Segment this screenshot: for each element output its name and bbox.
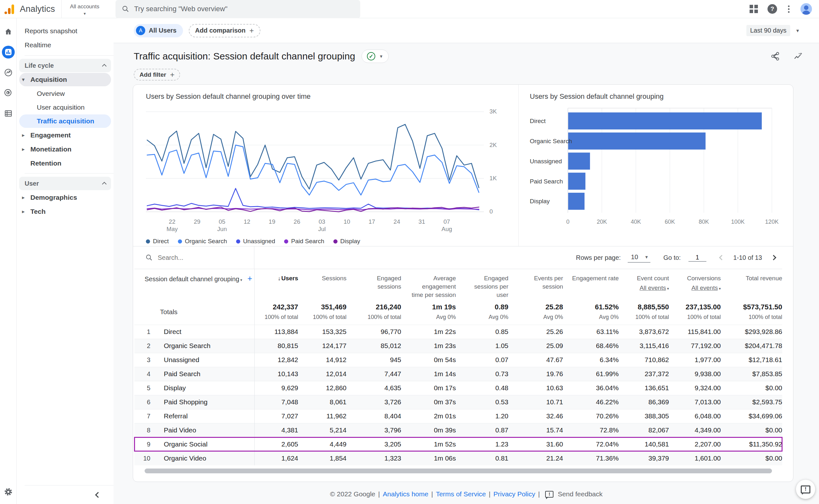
sidebar-item-demographics[interactable]: ▸Demographics <box>19 191 111 204</box>
nav-section-life-cycle[interactable]: Life cycle <box>19 59 111 72</box>
column-header-engaged[interactable]: Engaged sessions per user <box>456 269 508 299</box>
horizontal-scrollbar[interactable] <box>144 469 782 473</box>
legend-label: Display <box>340 238 360 245</box>
chevron-down-icon: ▾ <box>718 286 721 291</box>
all-events-link[interactable]: All events <box>640 284 666 291</box>
row-cell: 63.11% <box>563 325 619 339</box>
help-icon[interactable]: ? <box>768 4 777 14</box>
advertising-icon[interactable] <box>2 87 15 99</box>
totals-value: 351,469 <box>298 303 347 311</box>
goto-page-input[interactable] <box>689 254 706 262</box>
table-toolbar: Rows per page: 10 ▼ Go to: 1-10 of 13 <box>133 246 793 269</box>
nav-bottom <box>17 485 113 504</box>
rows-per-page-select[interactable]: 10 ▼ <box>628 253 651 263</box>
account-selector-label: All accounts <box>70 4 99 10</box>
table-row-unassigned[interactable]: 3Unassigned12,84214,9129450m 54s0.0747.6… <box>134 353 782 367</box>
table-row-organic-social[interactable]: 9Organic Social2,6054,4493,2051m 52s1.23… <box>134 437 782 451</box>
table-search-input[interactable] <box>158 254 235 261</box>
row-cell: 1.20 <box>456 409 508 423</box>
home-icon[interactable] <box>2 25 15 38</box>
charts-row: Users by Session default channel groupin… <box>133 85 793 246</box>
sidebar-item-monetization[interactable]: ▸Monetization <box>19 143 111 156</box>
sidebar-item-traffic-acquisition[interactable]: Traffic acquisition <box>19 114 111 128</box>
add-dimension-icon[interactable]: + <box>247 274 252 283</box>
add-filter-button[interactable]: Add filter + <box>134 69 180 81</box>
table-row-direct[interactable]: 1Direct113,884153,32596,7701m 22s0.8525.… <box>134 325 782 339</box>
apps-grid-icon[interactable] <box>750 5 758 13</box>
table-row-display[interactable]: 5Display9,62912,8604,6350m 17s0.4810.633… <box>134 381 782 395</box>
analytics-logo[interactable]: Analytics <box>0 0 61 18</box>
global-search[interactable] <box>115 0 360 18</box>
sidebar-item-retention[interactable]: Retention <box>19 157 111 170</box>
previous-page-icon[interactable] <box>719 255 724 260</box>
link-privacy-policy[interactable]: Privacy Policy <box>493 490 535 498</box>
comparison-chip-label: All Users <box>149 27 176 34</box>
scrollbar-thumb[interactable] <box>144 469 772 473</box>
floating-feedback-button[interactable] <box>796 480 815 499</box>
column-header-users[interactable]: ↓Users <box>254 269 298 299</box>
legend-item-unassigned: Unassigned <box>236 238 275 245</box>
settings-gear-icon[interactable] <box>2 485 15 498</box>
more-options-icon[interactable] <box>787 4 791 14</box>
library-icon[interactable] <box>2 107 15 120</box>
avatar[interactable] <box>800 3 812 15</box>
table-row-paid-video[interactable]: 8Paid Video4,3815,2143,7960m 39s0.8715.7… <box>134 423 782 437</box>
insights-icon[interactable] <box>793 51 803 61</box>
column-header-event-count[interactable]: Event countAll events ▾ <box>619 269 669 299</box>
table-row-organic-video[interactable]: 10Organic Video1,6241,8541,3231m 06s0.81… <box>134 451 782 465</box>
send-feedback-label[interactable]: Send feedback <box>558 490 602 498</box>
sidebar-item-tech[interactable]: ▸Tech <box>19 205 111 218</box>
table-search[interactable] <box>133 246 254 269</box>
row-number: 10 <box>134 451 153 465</box>
row-cell: 945 <box>347 353 401 367</box>
sidebar-item-overview[interactable]: Overview <box>19 87 111 100</box>
nav-section-user[interactable]: User <box>19 177 111 190</box>
svg-text:Paid Search: Paid Search <box>530 178 563 185</box>
table-row-referral[interactable]: 7Referral7,02711,9628,4042m 01s1.2032.46… <box>134 409 782 423</box>
account-selector[interactable]: All accounts ▾ <box>62 2 108 17</box>
totals-subvalue: 100% of total <box>669 314 721 321</box>
sidebar-item-reports-snapshot[interactable]: Reports snapshot <box>17 24 113 38</box>
report-status-badge[interactable]: ✓ ▼ <box>362 50 389 63</box>
table-row-paid-shopping[interactable]: 6Paid Shopping7,0488,0613,7260m 37s0.531… <box>134 395 782 409</box>
row-cell: 115,841.00 <box>669 325 721 339</box>
bar-chart: 020K40K60K80K100K120KDirectOrganic Searc… <box>530 104 783 232</box>
sidebar-item-engagement[interactable]: ▸Engagement <box>19 128 111 142</box>
search-icon <box>122 5 129 13</box>
row-cell: $204,471.78 <box>721 339 782 353</box>
row-cell: $293,928.86 <box>721 325 782 339</box>
all-users-chip[interactable]: A All Users <box>134 24 183 37</box>
column-header-engaged[interactable]: Engaged sessions <box>347 269 401 299</box>
all-events-link[interactable]: All events <box>691 284 718 291</box>
table-row-paid-search[interactable]: 4Paid Search10,14312,0147,4471m 14s0.731… <box>134 367 782 381</box>
sidebar-item-acquisition[interactable]: ▾Acquisition <box>19 73 111 86</box>
column-header-engagement-rate[interactable]: Engagement rate <box>563 269 619 299</box>
reports-icon[interactable] <box>2 46 15 58</box>
table-row-organic-search[interactable]: 2Organic Search80,815124,17785,0121m 23s… <box>134 339 782 353</box>
link-analytics-home[interactable]: Analytics home <box>383 490 428 498</box>
page-footer: © 2022 Google | Analytics home | Terms o… <box>113 490 819 498</box>
triangle-down-icon: ▾ <box>22 77 30 82</box>
column-header-total-revenue[interactable]: Total revenue <box>721 269 782 299</box>
add-comparison-button[interactable]: Add comparison + <box>189 24 261 37</box>
column-header-events-per[interactable]: Events per session <box>508 269 563 299</box>
row-cell: 72.04% <box>563 437 619 451</box>
column-header-average[interactable]: Average engagement time per session <box>401 269 456 299</box>
sidebar-item-user-acquisition[interactable]: User acquisition <box>19 101 111 114</box>
next-page-icon[interactable] <box>771 255 776 260</box>
share-icon[interactable] <box>770 51 780 61</box>
explore-icon[interactable] <box>2 66 15 79</box>
row-cell: 12,014 <box>298 367 347 381</box>
collapse-nav-button[interactable] <box>17 485 113 504</box>
column-header-conversions[interactable]: ConversionsAll events ▾ <box>669 269 721 299</box>
column-header-sessions[interactable]: Sessions <box>298 269 347 299</box>
legend-dot <box>146 239 150 244</box>
column-header-dimension[interactable]: Session default channel grouping ▾+ <box>134 269 254 299</box>
row-number: 8 <box>134 423 153 437</box>
global-search-input[interactable] <box>134 5 354 13</box>
legend-item-paid-search: Paid Search <box>284 238 324 245</box>
row-cell: $12,718.61 <box>721 353 782 367</box>
link-terms-of-service[interactable]: Terms of Service <box>436 490 486 498</box>
date-range-selector[interactable]: Last 90 days ▼ <box>746 25 800 36</box>
sidebar-item-realtime[interactable]: Realtime <box>17 38 113 52</box>
